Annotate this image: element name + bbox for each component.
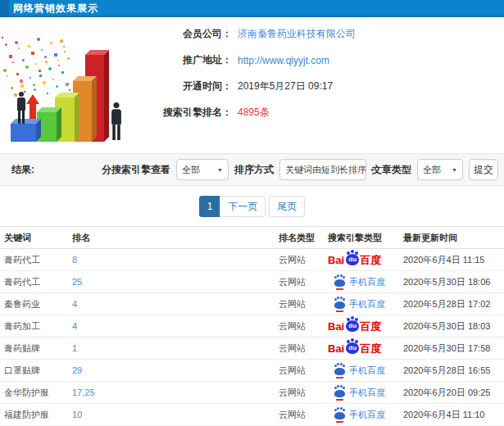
chevron-down-icon: ▼ [452,167,457,173]
rank-link[interactable]: 25 [72,277,279,287]
promo-url-row: 推广地址： http://www.qlyyjt.com [143,53,504,67]
baidu-paw-icon: du [346,342,359,354]
baidu-paw-icon: du [346,254,359,265]
updated-cell: 2020年6月20日 09:25 [403,387,504,399]
keyword-cell: 福建防护服 [4,409,72,421]
header-keyword: 关键词 [4,232,72,244]
mobile-baidu-label: 手机百度 [349,365,385,377]
marketing-chart-illustration [0,17,143,150]
rank-link[interactable]: 29 [72,365,279,375]
table-header-row: 关键词 排名 排名类型 搜索引擎类型 最新更新时间 [0,226,504,249]
rank-type-cell: 云网站 [279,387,328,399]
mobile-baidu-paw-icon [334,390,345,397]
summary-section: 会员公司： 济南秦鲁药业科技有限公司 推广地址： http://www.qlyy… [0,17,504,150]
keyword-cell: 口罩贴牌 [4,365,72,377]
next-page-button[interactable]: 下一页 [220,196,266,217]
baidu-paw-icon: du [346,320,359,332]
mobile-baidu-paw-icon [334,368,345,375]
mobile-baidu-label: 手机百度 [349,409,385,421]
updated-cell: 2020年6月4日 11:10 [403,409,504,421]
updated-cell: 2020年5月28日 16:55 [403,365,504,377]
confetti [2,22,84,104]
updated-cell: 2020年5月28日 17:02 [403,298,504,310]
chart-bar-blue [11,124,36,142]
article-type-select[interactable]: 全部 ▼ [417,159,463,180]
table-row: 口罩贴牌 29 云网站 手机百度 2020年5月28日 16:55 [0,360,504,382]
article-type-value: 全部 [423,164,441,176]
ranking-count-value: 4895条 [238,106,270,120]
filter-controls: 分搜索引擎查看 全部 ▼ 排序方式 关键词由短到长排序 ▼ 文章类型 全部 ▼ … [102,159,498,180]
table-row: 秦鲁药业 4 云网站 手机百度 2020年5月28日 17:02 [0,293,504,315]
engine-cell: 手机百度 [328,365,403,377]
rank-link[interactable]: 8 [72,255,279,265]
baidu-logo-bai: Bai [328,255,344,265]
baidu-logo-bai: Bai [328,343,344,354]
baidu-logo-cn: 百度 [360,255,381,265]
chevron-down-icon: ▼ [217,167,223,173]
sort-filter-label: 排序方式 [234,163,274,177]
baidu-logo-bai: Bai [328,321,344,332]
businessman-left [15,92,28,124]
rank-link[interactable]: 4 [72,299,279,309]
updated-cell: 2020年5月30日 18:06 [403,276,504,288]
engine-cell: Baidu百度 [328,320,403,332]
header-updated: 最新更新时间 [403,232,504,244]
header-rank-type: 排名类型 [279,232,328,244]
table-row: 福建防护服 10 云网站 手机百度 2020年6月4日 11:10 [0,404,504,426]
baidu-logo: Baidu百度 [328,254,381,265]
rank-link[interactable]: 4 [72,321,279,331]
rank-link[interactable]: 17,25 [72,387,279,397]
promo-url-link[interactable]: http://www.qlyyjt.com [238,55,329,66]
table-row: 膏药代工 8 云网站 Baidu百度 2020年6月4日 11:15 [0,249,504,271]
sort-filter-select[interactable]: 关键词由短到长排序 ▼ [279,159,366,180]
open-time-label: 开通时间： [143,79,232,93]
engine-cell: 手机百度 [328,387,403,399]
keyword-cell: 金华防护服 [4,387,72,399]
open-time-value: 2019年5月27日 09:17 [238,79,333,93]
engine-filter-value: 全部 [182,164,200,176]
window-titlebar: 网络营销效果展示 [0,0,504,17]
sort-filter-value: 关键词由短到长排序 [285,164,366,176]
result-section-label: 结果: [11,163,34,177]
page-1-button[interactable]: 1 [199,196,221,217]
submit-button[interactable]: 提交 [469,159,498,180]
article-type-label: 文章类型 [372,163,411,177]
engine-cell: Baidu百度 [328,342,403,354]
header-engine-type: 搜索引擎类型 [328,232,403,244]
mobile-baidu-label: 手机百度 [349,387,385,399]
last-page-button[interactable]: 尾页 [269,196,305,217]
updated-cell: 2020年5月30日 18:03 [403,320,504,333]
ranking-count-row: 搜索引擎排名： 4895条 [143,106,504,120]
rank-type-cell: 云网站 [279,342,328,355]
updated-cell: 2020年5月30日 17:58 [403,342,504,355]
keyword-cell: 秦鲁药业 [4,298,72,310]
keyword-cell: 膏药代工 [4,254,72,266]
engine-cell: 手机百度 [328,276,403,288]
rank-link[interactable]: 10 [72,410,279,419]
keyword-cell: 膏药贴牌 [4,342,72,355]
baidu-logo-cn: 百度 [360,321,381,332]
baidu-logo: Baidu百度 [328,320,381,332]
businessman-right [109,102,125,140]
updated-cell: 2020年6月4日 11:15 [403,254,504,266]
keyword-cell: 膏药加工 [4,320,72,333]
member-info-panel: 会员公司： 济南秦鲁药业科技有限公司 推广地址： http://www.qlyy… [143,17,504,150]
rank-type-cell: 云网站 [279,276,328,288]
engine-filter-label: 分搜索引擎查看 [102,163,170,177]
open-time-row: 开通时间： 2019年5月27日 09:17 [143,79,504,93]
table-row: 膏药贴牌 1 云网站 Baidu百度 2020年5月30日 17:58 [0,338,504,360]
mobile-baidu-paw-icon [334,279,345,287]
table-row: 膏药加工 4 云网站 Baidu百度 2020年5月30日 18:03 [0,315,504,338]
marketing-report-page: 网络营销效果展示 会员公司： 济南秦鲁药业科技有限公司 推广地址： http:/… [0,0,504,426]
mobile-baidu-paw-icon [334,301,345,309]
mobile-baidu-logo: 手机百度 [328,365,385,377]
table-row: 膏药代工 25 云网站 手机百度 2020年5月30日 18:06 [0,271,504,293]
member-company-link[interactable]: 济南秦鲁药业科技有限公司 [238,27,356,41]
rank-link[interactable]: 1 [72,343,279,353]
member-company-row: 会员公司： 济南秦鲁药业科技有限公司 [143,27,504,41]
rank-type-cell: 云网站 [279,365,328,377]
promo-url-label: 推广地址： [143,53,232,67]
engine-filter-select[interactable]: 全部 ▼ [176,159,229,180]
rank-type-cell: 云网站 [279,298,328,310]
keyword-ranking-table: 关键词 排名 排名类型 搜索引擎类型 最新更新时间 膏药代工 8 云网站 Bai… [0,226,504,426]
